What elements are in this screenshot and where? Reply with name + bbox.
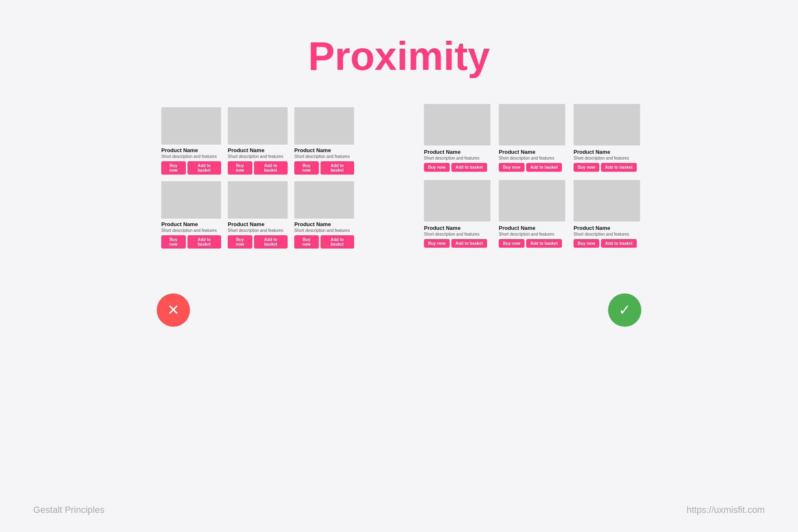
- buy-button[interactable]: Buy now: [294, 161, 319, 175]
- button-row: Buy now Add to basket: [424, 239, 490, 248]
- product-image: [228, 107, 288, 145]
- product-card: Product Name Short description and featu…: [291, 104, 357, 178]
- buy-button[interactable]: Buy now: [424, 163, 450, 172]
- product-card: Product Name Short description and featu…: [291, 178, 357, 252]
- basket-button[interactable]: Add to basket: [187, 161, 221, 175]
- basket-button[interactable]: Add to basket: [320, 161, 354, 175]
- button-row: Buy now Add to basket: [499, 163, 565, 172]
- panel-good: Product Name Short description and featu…: [424, 104, 640, 252]
- product-card: Product Name Short description and featu…: [224, 178, 291, 252]
- buy-button[interactable]: Buy now: [161, 235, 186, 249]
- good-indicator: ✓: [608, 293, 641, 327]
- button-row: Buy now Add to basket: [424, 163, 490, 172]
- basket-button[interactable]: Add to basket: [254, 161, 288, 175]
- product-name: Product Name: [574, 149, 640, 155]
- buy-button[interactable]: Buy now: [499, 163, 525, 172]
- product-name: Product Name: [294, 221, 354, 227]
- product-desc: Short description and features: [499, 156, 565, 160]
- buy-button[interactable]: Buy now: [424, 239, 450, 248]
- basket-button[interactable]: Add to basket: [526, 163, 562, 172]
- product-desc: Short description and features: [228, 154, 288, 159]
- product-desc: Short description and features: [228, 228, 288, 233]
- product-card: Product Name Short description and featu…: [224, 104, 291, 178]
- buy-button[interactable]: Buy now: [574, 163, 599, 172]
- button-row: Buy now Add to basket: [228, 161, 288, 175]
- panel-bad: Product Name Short description and featu…: [158, 104, 357, 252]
- product-desc: Short description and features: [294, 228, 354, 233]
- basket-button[interactable]: Add to basket: [601, 239, 637, 248]
- product-image: [499, 180, 565, 222]
- product-desc: Short description and features: [424, 156, 490, 160]
- product-image: [294, 107, 354, 145]
- product-card: Product Name Short description and featu…: [424, 180, 490, 248]
- button-row: Buy now Add to basket: [574, 163, 640, 172]
- product-name: Product Name: [424, 149, 490, 155]
- buy-button[interactable]: Buy now: [574, 239, 599, 248]
- product-image: [161, 181, 221, 219]
- product-desc: Short description and features: [499, 232, 565, 236]
- product-name: Product Name: [228, 147, 288, 153]
- product-desc: Short description and features: [574, 156, 640, 160]
- product-grid-bad: Product Name Short description and featu…: [158, 104, 357, 252]
- buy-button[interactable]: Buy now: [499, 239, 525, 248]
- basket-button[interactable]: Add to basket: [526, 239, 562, 248]
- buy-button[interactable]: Buy now: [294, 235, 319, 249]
- product-image: [499, 104, 565, 145]
- product-name: Product Name: [161, 147, 221, 153]
- main-content: Product Name Short description and featu…: [0, 104, 798, 252]
- button-row: Buy now Add to basket: [161, 235, 221, 249]
- product-name: Product Name: [294, 147, 354, 153]
- buy-button[interactable]: Buy now: [161, 161, 186, 175]
- button-row: Buy now Add to basket: [499, 239, 565, 248]
- footer-left: Gestalt Principles: [33, 505, 104, 515]
- product-name: Product Name: [499, 225, 565, 231]
- footer-right: https://uxmisfit.com: [687, 505, 765, 515]
- product-name: Product Name: [228, 221, 288, 227]
- product-desc: Short description and features: [424, 232, 490, 236]
- product-image: [294, 181, 354, 219]
- page-title: Proximity: [0, 0, 798, 104]
- product-card: Product Name Short description and featu…: [158, 178, 224, 252]
- button-row: Buy now Add to basket: [294, 235, 354, 249]
- basket-button[interactable]: Add to basket: [187, 235, 221, 249]
- product-image: [161, 107, 221, 145]
- product-image: [574, 104, 640, 145]
- product-name: Product Name: [161, 221, 221, 227]
- product-desc: Short description and features: [161, 154, 221, 159]
- product-image: [424, 104, 490, 145]
- buy-button[interactable]: Buy now: [228, 161, 252, 175]
- footer: Gestalt Principles https://uxmisfit.com: [0, 505, 798, 515]
- basket-button[interactable]: Add to basket: [254, 235, 288, 249]
- product-image: [424, 180, 490, 222]
- button-row: Buy now Add to basket: [161, 161, 221, 175]
- product-card: Product Name Short description and featu…: [574, 104, 640, 172]
- product-desc: Short description and features: [161, 228, 221, 233]
- button-row: Buy now Add to basket: [294, 161, 354, 175]
- product-desc: Short description and features: [574, 232, 640, 236]
- product-card: Product Name Short description and featu…: [499, 180, 565, 248]
- button-row: Buy now Add to basket: [574, 239, 640, 248]
- bad-indicator: ✕: [157, 293, 190, 327]
- button-row: Buy now Add to basket: [228, 235, 288, 249]
- basket-button[interactable]: Add to basket: [320, 235, 354, 249]
- basket-button[interactable]: Add to basket: [451, 239, 487, 248]
- product-name: Product Name: [424, 225, 490, 231]
- buy-button[interactable]: Buy now: [228, 235, 252, 249]
- product-card: Product Name Short description and featu…: [574, 180, 640, 248]
- product-card: Product Name Short description and featu…: [424, 104, 490, 172]
- product-card: Product Name Short description and featu…: [499, 104, 565, 172]
- x-icon: ✕: [167, 301, 180, 319]
- basket-button[interactable]: Add to basket: [451, 163, 487, 172]
- product-image: [228, 181, 288, 219]
- product-image: [574, 180, 640, 222]
- product-name: Product Name: [574, 225, 640, 231]
- indicator-row: ✕ ✓: [0, 268, 798, 352]
- product-desc: Short description and features: [294, 154, 354, 159]
- product-card: Product Name Short description and featu…: [158, 104, 224, 178]
- check-icon: ✓: [618, 301, 631, 319]
- product-grid-good: Product Name Short description and featu…: [424, 104, 640, 248]
- basket-button[interactable]: Add to basket: [601, 163, 637, 172]
- product-name: Product Name: [499, 149, 565, 155]
